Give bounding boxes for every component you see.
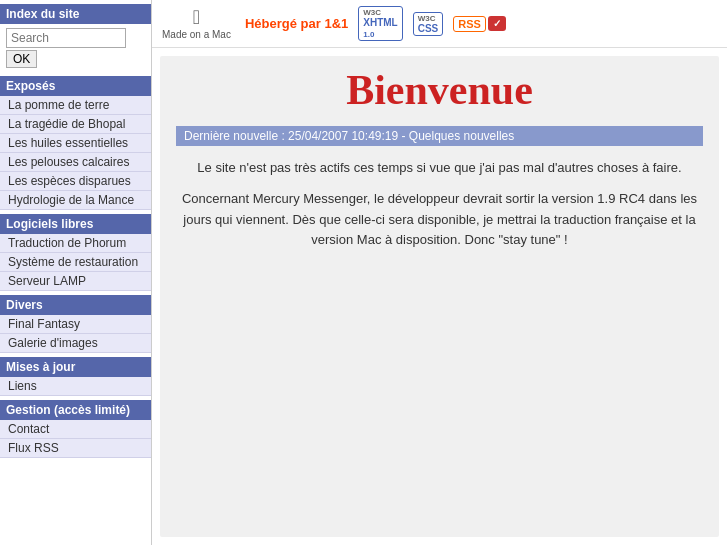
search-button[interactable]: OK [6, 50, 37, 68]
heberge-label: Hébergé par 1&1 [245, 16, 348, 31]
w3c-xhtml-badge[interactable]: W3C XHTML1.0 [358, 6, 402, 41]
sidebar: Index du site OK Exposés La pomme de ter… [0, 0, 152, 545]
sidebar-section-logiciels: Logiciels libres [0, 214, 151, 234]
sidebar-section-exposes: Exposés [0, 76, 151, 96]
apple-logo-area:  Made on a Mac [162, 6, 231, 41]
sidebar-link-hydrologie[interactable]: Hydrologie de la Mance [0, 191, 151, 210]
main-area:  Made on a Mac Hébergé par 1&1 W3C XHTM… [152, 0, 727, 545]
w3c-css-top: W3C [418, 14, 439, 23]
sidebar-section-gestion: Gestion (accès limité) [0, 400, 151, 420]
topbar:  Made on a Mac Hébergé par 1&1 W3C XHTM… [152, 0, 727, 48]
sidebar-section-mises: Mises à jour [0, 357, 151, 377]
apple-icon:  [193, 6, 200, 29]
made-on-mac-label: Made on a Mac [162, 29, 231, 41]
sidebar-links-logiciels: Traduction de Phorum Système de restaura… [0, 234, 151, 291]
rss-valid-badges: RSS ✓ [453, 16, 506, 32]
sidebar-link-bhopal[interactable]: La tragédie de Bhopal [0, 115, 151, 134]
sidebar-link-flux-rss[interactable]: Flux RSS [0, 439, 151, 458]
sidebar-link-lamp[interactable]: Serveur LAMP [0, 272, 151, 291]
content-area: Bienvenue Dernière nouvelle : 25/04/2007… [160, 56, 719, 537]
search-area: OK [0, 24, 151, 72]
sidebar-link-huiles[interactable]: Les huiles essentielles [0, 134, 151, 153]
w3c-css-main: CSS [418, 23, 439, 34]
content-paragraph-2: Concernant Mercury Messenger, le dévelop… [176, 189, 703, 251]
sidebar-link-liens[interactable]: Liens [0, 377, 151, 396]
rss-badge[interactable]: RSS [453, 16, 486, 32]
welcome-title: Bienvenue [176, 66, 703, 114]
sidebar-link-restauration[interactable]: Système de restauration [0, 253, 151, 272]
content-paragraph-1: Le site n'est pas très actifs ces temps … [176, 158, 703, 179]
sidebar-link-especes[interactable]: Les espèces disparues [0, 172, 151, 191]
sidebar-link-pelouses[interactable]: Les pelouses calcaires [0, 153, 151, 172]
w3c-css-badge[interactable]: W3C CSS [413, 12, 444, 36]
w3c-badge-main: XHTML1.0 [363, 17, 397, 39]
sidebar-link-pomme[interactable]: La pomme de terre [0, 96, 151, 115]
sidebar-links-divers: Final Fantasy Galerie d'images [0, 315, 151, 353]
sidebar-link-galerie[interactable]: Galerie d'images [0, 334, 151, 353]
w3c-badge-top: W3C [363, 8, 397, 17]
sidebar-section-divers: Divers [0, 295, 151, 315]
sidebar-links-exposes: La pomme de terre La tragédie de Bhopal … [0, 96, 151, 210]
sidebar-link-finalfantasy[interactable]: Final Fantasy [0, 315, 151, 334]
news-bar: Dernière nouvelle : 25/04/2007 10:49:19 … [176, 126, 703, 146]
search-input[interactable] [6, 28, 126, 48]
sidebar-link-phorum[interactable]: Traduction de Phorum [0, 234, 151, 253]
content-text: Le site n'est pas très actifs ces temps … [176, 158, 703, 251]
valid-badge[interactable]: ✓ [488, 16, 506, 31]
sidebar-link-contact[interactable]: Contact [0, 420, 151, 439]
sidebar-title: Index du site [0, 4, 151, 24]
